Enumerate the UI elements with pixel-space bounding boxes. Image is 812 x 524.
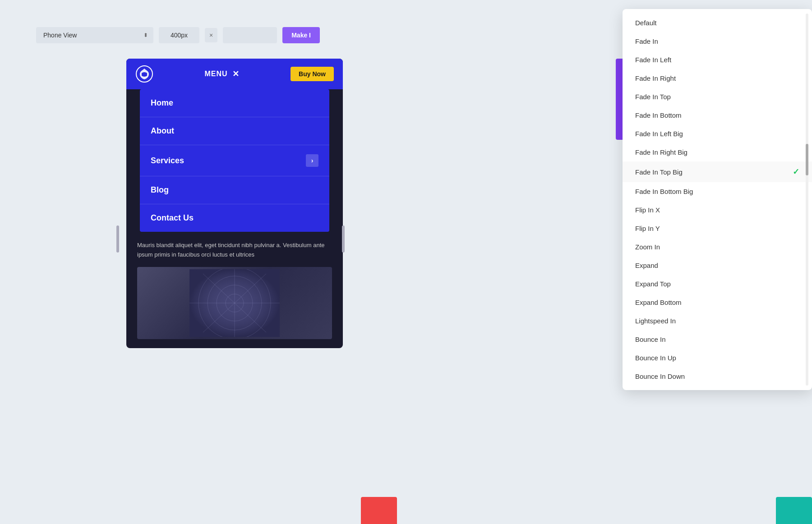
scrollbar-thumb[interactable] [806,144,808,175]
nav-item-services-label: Services [151,156,184,165]
dropdown-item-fade-in-left-big[interactable]: Fade In Left Big [623,124,812,143]
nav-item-contact[interactable]: Contact Us [140,204,329,232]
dropdown-item-fade-in-left[interactable]: Fade In Left [623,51,812,69]
dropdown-item-fade-in-top[interactable]: Fade In Top [623,87,812,106]
dropdown-item-expand[interactable]: Expand [623,256,812,275]
phone-menu-label: MENU ✕ [205,69,240,79]
scrollbar-track [806,14,808,386]
dropdown-item-fade-in[interactable]: Fade In [623,32,812,51]
phone-content: Mauris blandit aliquet elit, eget tincid… [126,232,343,348]
scroll-handle-left[interactable] [116,225,119,253]
phone-image-inner [137,267,332,339]
scroll-handle-right[interactable] [342,225,345,253]
dropdown-item-zoom-in-label: Zoom In [635,243,660,251]
dropdown-item-expand-bottom-label: Expand Bottom [635,299,682,306]
px-input[interactable] [159,27,199,43]
dropdown-item-expand-top-label: Expand Top [635,280,671,288]
dropdown-item-default[interactable]: Default [623,14,812,32]
nav-item-contact-label: Contact Us [151,213,194,223]
selected-check-icon: ✓ [793,167,799,177]
dropdown-item-flip-in-x[interactable]: Flip In X [623,201,812,219]
nav-item-blog-label: Blog [151,185,169,195]
dropdown-item-lightspeed-in-label: Lightspeed In [635,317,676,325]
dropdown-item-fade-in-label: Fade In [635,37,658,45]
menu-text: MENU [205,70,228,78]
dropdown-item-fade-in-right-label: Fade In Right [635,74,676,82]
nav-item-blog[interactable]: Blog [140,176,329,204]
dropdown-item-fade-in-top-big[interactable]: Fade In Top Big ✓ [623,161,812,182]
bottom-red-button[interactable] [361,497,397,524]
dropdown-item-zoom-in[interactable]: Zoom In [623,238,812,256]
view-select[interactable]: Phone View Tablet View Desktop View [36,27,153,43]
nav-item-about[interactable]: About [140,117,329,145]
dropdown-item-fade-in-left-big-label: Fade In Left Big [635,130,683,138]
dropdown-item-expand-top[interactable]: Expand Top [623,275,812,293]
dropdown-item-fade-in-bottom-big[interactable]: Fade In Bottom Big [623,182,812,201]
dropdown-item-bounce-in-down-label: Bounce In Down [635,372,685,380]
services-chevron-icon: › [306,154,318,167]
dropdown-item-flip-in-y-label: Flip In Y [635,225,660,232]
dropdown-item-fade-in-right-big-label: Fade In Right Big [635,148,687,156]
dropdown-item-fade-in-bottom[interactable]: Fade In Bottom [623,106,812,124]
dropdown-item-fade-in-bottom-label: Fade In Bottom [635,111,682,119]
dropdown-item-fade-in-right[interactable]: Fade In Right [623,69,812,87]
phone-menu: Home About Services › Blog Contact Us [140,89,329,232]
phone-logo-icon [135,65,153,83]
view-select-wrapper: Phone View Tablet View Desktop View ⬍ [36,27,153,43]
make-button[interactable]: Make I [282,27,320,43]
phone-buy-button[interactable]: Buy Now [291,67,334,81]
dropdown-item-bounce-in[interactable]: Bounce In [623,330,812,349]
nav-item-services[interactable]: Services › [140,145,329,176]
nav-item-about-label: About [151,126,174,136]
phone-body-text: Mauris blandit aliquet elit, eget tincid… [137,241,332,260]
bottom-teal-button[interactable] [776,497,812,524]
dropdown-item-fade-in-bottom-big-label: Fade In Bottom Big [635,188,693,195]
phone-image [137,267,332,339]
phone-image-svg [189,269,280,337]
dropdown-item-default-label: Default [635,19,657,27]
nav-item-home[interactable]: Home [140,89,329,117]
dropdown-item-lightspeed-in[interactable]: Lightspeed In [623,312,812,330]
close-button[interactable]: × [205,28,217,42]
menu-close-icon[interactable]: ✕ [232,69,240,79]
color-input[interactable] [223,27,277,43]
dropdown-item-bounce-in-down[interactable]: Bounce In Down [623,367,812,386]
dropdown-item-fade-in-left-label: Fade In Left [635,56,671,64]
nav-item-home-label: Home [151,98,173,108]
dropdown-item-fade-in-right-big[interactable]: Fade In Right Big [623,143,812,161]
dropdown-item-flip-in-y[interactable]: Flip In Y [623,219,812,238]
phone-navbar: MENU ✕ Buy Now [126,59,343,89]
dropdown-item-bounce-in-up-label: Bounce In Up [635,354,676,362]
dropdown-item-fade-in-top-label: Fade In Top [635,93,671,101]
dropdown-item-bounce-in-up[interactable]: Bounce In Up [623,349,812,367]
dropdown-item-bounce-in-label: Bounce In [635,336,666,343]
dropdown-item-expand-bottom[interactable]: Expand Bottom [623,293,812,312]
animation-dropdown: Default Fade In Fade In Left Fade In Rig… [623,9,812,390]
dropdown-item-flip-in-x-label: Flip In X [635,206,660,214]
phone-preview: MENU ✕ Buy Now Home About Services › Blo… [126,59,343,348]
dropdown-item-fade-in-top-big-label: Fade In Top Big [635,168,683,176]
dropdown-item-expand-label: Expand [635,262,658,269]
